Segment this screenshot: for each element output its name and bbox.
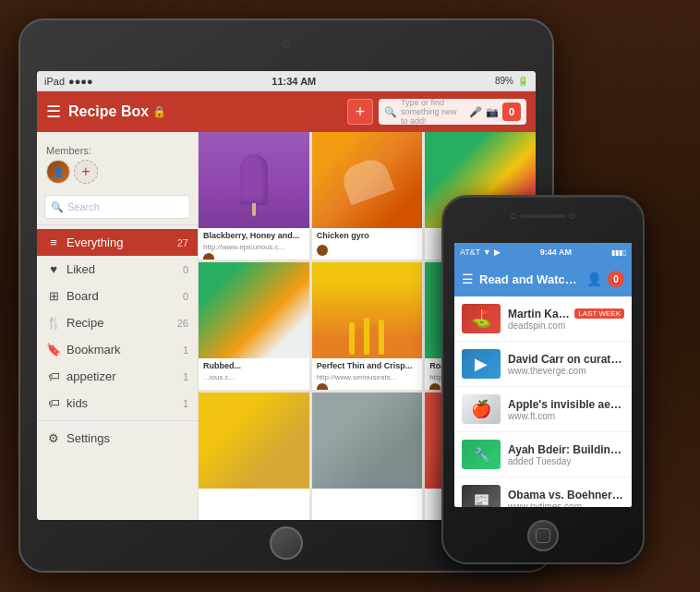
sidebar-item-board[interactable]: ⊞ Board 0: [37, 283, 198, 309]
sidebar-search[interactable]: 🔍 Search: [44, 195, 190, 219]
popsicle-title: Blackberry, Honey and...: [199, 228, 309, 244]
martin-subtitle: deadspin.com: [508, 320, 624, 331]
fries-subtitle: http://www.seriouseats...: [312, 373, 423, 381]
kids-count: 1: [183, 398, 188, 409]
plated-subtitle: ...ious.c...: [199, 373, 309, 381]
ipad-battery-icon: 🔋: [517, 76, 528, 86]
iphone-carrier: AT&T ▼: [460, 248, 491, 257]
fries-title: Perfect Thin and Crisp...: [312, 358, 423, 374]
board-count: 0: [183, 291, 188, 302]
ipad-search-icon: 🔍: [384, 106, 397, 118]
david-title: David Carr on curation, cro...: [508, 353, 624, 366]
ipad-lock-icon: 🔒: [152, 105, 166, 118]
ipad-camera: [283, 41, 290, 48]
iphone-badge: 0: [608, 271, 624, 287]
wrap-image: [312, 132, 423, 228]
member-avatar-1: 👤: [46, 160, 70, 184]
everything-icon: ≡: [46, 236, 61, 249]
apple-subtitle: www.ft.com: [508, 411, 624, 421]
sidebar-item-kids[interactable]: 🏷 kids 1: [37, 390, 198, 417]
ipad-notifications-badge: 0: [502, 103, 521, 121]
sidebar-item-everything[interactable]: ≡ Everything 27: [37, 229, 198, 256]
ipad-signal-icon: ●●●●: [68, 76, 93, 87]
board-icon: ⊞: [46, 289, 61, 303]
david-subtitle: www.theverge.com: [508, 366, 624, 376]
obama-text: Obama vs. Boehner - Who... www.nytimes.c…: [508, 489, 624, 508]
sidebar-item-settings[interactable]: ⚙ Settings: [37, 425, 198, 452]
grid-cell-plated[interactable]: Rubbed... ...ious.c...: [199, 262, 309, 390]
sidebar-item-liked[interactable]: ♥ Liked 0: [37, 256, 198, 283]
sidebar-appetizer-label: appetizer: [66, 369, 115, 383]
ipad-battery: 89%: [495, 76, 513, 86]
iphone-topbar: ☰ Read and Watch La... 👤 0: [454, 261, 632, 296]
obama-subtitle: www.nytimes.com: [508, 501, 624, 508]
ipad-topbar: ☰ Recipe Box 🔒 + 🔍 Type or find somethin…: [37, 91, 536, 132]
sidebar-divider-1: [37, 224, 198, 225]
iphone-status-right: ▮▮▮▯: [611, 248, 626, 257]
recipe-icon: 🍴: [46, 316, 61, 330]
greens-author-avatar: [429, 383, 441, 390]
ipad-search-placeholder: Type or find something new to add!: [401, 98, 465, 126]
members-label: Members:: [46, 145, 91, 156]
ipad-search-area: + 🔍 Type or find something new to add! 🎤…: [347, 99, 526, 125]
wrap-title: Chicken gyro: [312, 228, 423, 244]
grid-cell-fries[interactable]: Perfect Thin and Crisp... http://www.ser…: [312, 262, 423, 390]
iphone-topbar-title: Read and Watch La...: [479, 272, 581, 286]
plated-title: Rubbed...: [199, 358, 309, 374]
ayah-subtitle: added Tuesday: [508, 456, 624, 466]
everything-count: 27: [177, 237, 188, 248]
member-add-button[interactable]: +: [74, 160, 98, 184]
sidebar-item-bookmark[interactable]: 🔖 Bookmark 1: [37, 336, 198, 363]
fries-author: [312, 381, 423, 390]
sidebar-board-label: Board: [66, 289, 99, 303]
grid-cell-mushroom[interactable]: [312, 393, 423, 520]
ipad-search-box[interactable]: 🔍 Type or find something new to add! 🎤 📷…: [379, 99, 526, 125]
sidebar-item-appetizer[interactable]: 🏷 appetizer 1: [37, 363, 198, 390]
settings-icon: ⚙: [46, 431, 61, 445]
mushroom-image: [312, 393, 423, 489]
ayah-title: Ayah Bdeir: Building blocks...: [508, 443, 624, 456]
iphone-menu-icon[interactable]: ☰: [462, 272, 474, 286]
sidebar-bookmark-label: Bookmark: [66, 343, 121, 356]
iphone-device: AT&T ▼ ▶ 9:44 AM ▮▮▮▯ ☰ Read and Watch L…: [441, 195, 645, 564]
appetizer-count: 1: [183, 371, 188, 382]
obama-thumbnail: 📰: [462, 485, 501, 507]
sidebar-item-recipe[interactable]: 🍴 Recipe 26: [37, 309, 198, 336]
sidebar-divider-2: [37, 420, 198, 421]
grid-cell-wrap[interactable]: Chicken gyro: [312, 132, 423, 260]
iphone-home-button[interactable]: [527, 520, 559, 551]
list-item-apple[interactable]: 🍎 Apple's invisible aesthete... www.ft.c…: [454, 387, 632, 432]
liked-count: 0: [183, 264, 188, 275]
list-item-martin[interactable]: ⛳ Martin Kaymer Holeo LAST WEEK deadspin…: [454, 296, 632, 342]
list-item-david[interactable]: ▶ David Carr on curation, cro... www.the…: [454, 342, 632, 387]
ipad-search-icons: 🎤 📷 0: [469, 103, 521, 121]
ipad-time: 11:34 AM: [272, 76, 316, 87]
sidebar-recipe-label: Recipe: [66, 316, 103, 330]
list-item-obama[interactable]: 📰 Obama vs. Boehner - Who... www.nytimes…: [454, 477, 632, 507]
bookmark-icon: 🔖: [46, 343, 61, 356]
ipad-status-right: 89% 🔋: [495, 76, 528, 86]
martin-badge: LAST WEEK: [574, 308, 624, 319]
ipad-home-button[interactable]: [270, 526, 303, 560]
iphone-camera-area: [511, 213, 575, 219]
popsicle-subtitle: http://www.epicurious.c...: [199, 243, 309, 251]
sidebar-search-placeholder: Search: [67, 201, 100, 212]
iphone-battery-icon: ▮▮▮▯: [611, 248, 626, 257]
grid-cell-popsicle[interactable]: Blackberry, Honey and... http://www.epic…: [199, 132, 309, 260]
ipad-menu-icon[interactable]: ☰: [46, 102, 61, 122]
ipad-carrier: iPad: [44, 76, 65, 87]
recipe-count: 26: [177, 318, 188, 329]
iphone-signal-icon: ▶: [494, 248, 501, 257]
popsicle-image: [199, 132, 309, 228]
iphone-home-inner: [536, 528, 550, 543]
apple-thumbnail: 🍎: [462, 394, 501, 424]
wrap-author: [312, 243, 423, 258]
grid-cell-sandwich[interactable]: [199, 393, 309, 520]
list-item-ayah[interactable]: 🔧 Ayah Bdeir: Building blocks... added T…: [454, 432, 632, 477]
iphone-cam-dot-2: [570, 213, 575, 219]
members-section: Members: 👤 +: [37, 139, 198, 189]
iphone-user-icon[interactable]: 👤: [586, 272, 602, 286]
iphone-body: AT&T ▼ ▶ 9:44 AM ▮▮▮▯ ☰ Read and Watch L…: [441, 195, 645, 564]
ipad-add-button[interactable]: +: [347, 99, 373, 125]
appetizer-icon: 🏷: [46, 369, 61, 383]
